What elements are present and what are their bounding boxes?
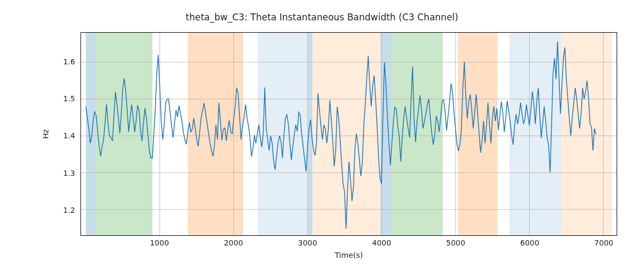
line-series bbox=[86, 42, 596, 229]
x-tick-label: 3000 bbox=[298, 239, 317, 247]
y-axis-label: Hz bbox=[41, 129, 50, 139]
x-tick-label: 1000 bbox=[150, 239, 169, 247]
y-tick-label: 1.6 bbox=[63, 57, 75, 66]
y-tick-label: 1.2 bbox=[63, 206, 75, 214]
chart-title: theta_bw_C3: Theta Instantaneous Bandwid… bbox=[0, 12, 644, 23]
x-tick-label: 7000 bbox=[594, 239, 613, 247]
y-tick-label: 1.4 bbox=[63, 131, 75, 140]
axes bbox=[80, 32, 617, 236]
x-tick-label: 5000 bbox=[446, 239, 465, 247]
plot-svg bbox=[81, 33, 617, 235]
gridlines bbox=[81, 33, 617, 235]
figure: theta_bw_C3: Theta Instantaneous Bandwid… bbox=[0, 0, 644, 268]
y-tick-label: 1.5 bbox=[63, 94, 75, 103]
x-tick-label: 4000 bbox=[372, 239, 391, 247]
y-tick-label: 1.3 bbox=[63, 169, 75, 177]
x-axis-label: Time(s) bbox=[80, 251, 617, 259]
x-tick-label: 2000 bbox=[224, 239, 243, 247]
x-tick-label: 6000 bbox=[520, 239, 539, 247]
